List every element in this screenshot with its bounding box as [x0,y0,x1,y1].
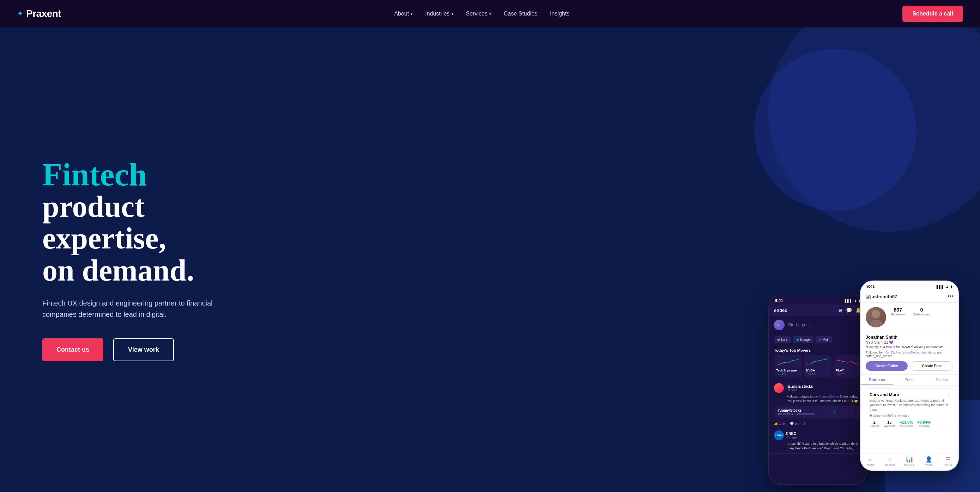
endex-logo: endex [774,308,788,313]
navbar-explore[interactable]: ⌕ Explore [880,456,900,467]
contact-us-button[interactable]: Contact us [42,338,103,361]
nav-link-services[interactable]: Services ▾ [466,11,491,17]
card-stat-today: +0.94% % Today [917,420,931,427]
create-post-area: U Start a post... [769,316,866,334]
svg-point-0 [872,310,880,318]
profile-school: NYU Stern '22 💜 [866,340,953,344]
mover-card-1[interactable]: NVDA +4.94% [804,355,832,378]
nav-link-about[interactable]: About ▾ [394,11,412,17]
subscribers-label: Subscribers [913,313,930,316]
today-num: +0.94% [917,420,931,424]
navbar-menu[interactable]: ☰ Menu [939,456,958,467]
profile-quote: "One day at a time is the secret to buil… [866,345,953,350]
top-movers-section: Today's Top Movers TechSupreme +0.71% [769,345,866,380]
mover-name-2: PLAY [836,369,859,372]
create-endex-button[interactable]: Create Endex [866,361,908,371]
cnbc-time: 4hr ago [786,436,797,439]
nav-link-case-studies[interactable]: Case Studies [504,11,537,17]
start-post-prompt[interactable]: Start a post... [788,322,813,327]
cars-card[interactable]: Cars and More › Electric Vehicles, Rocke… [866,388,953,432]
home-icon: ⌂ [869,456,872,462]
mover-change-0: +0.71% [776,372,800,375]
hero-headline: Fintech product expertise,on demand. [42,158,226,286]
live-button[interactable]: Live [774,336,791,343]
status-bar-front: 9:41 ▌▌▌ ▲ ▮ [861,281,958,290]
view-work-button[interactable]: View work [113,338,174,361]
navbar-home[interactable]: ⌂ Home [861,456,880,467]
status-time-front: 9:41 [866,284,875,289]
create-post-button[interactable]: Create Post [910,361,953,371]
chevron-right-icon: › [948,392,949,398]
navbar-portfolio[interactable]: 📊 Portfolio [900,456,919,467]
comments-count[interactable]: 💬 1K [790,422,799,425]
stock-row[interactable]: YummyStocks 107 Copiers • 1290 Watchers … [774,406,861,417]
chart-svg-2 [836,357,859,367]
avatar-svg [866,307,886,327]
wifi-icon: ▲ [945,285,949,289]
likes-count[interactable]: 👍 2.4K [774,422,786,425]
nav-item-about[interactable]: About ▾ [394,11,412,17]
profile-info: Jonathan Smith NYU Stern '22 💜 "One day … [861,332,958,358]
poll-dot [819,339,821,341]
more-options-icon[interactable]: ••• [947,293,953,300]
share-icon[interactable]: ⬆ [803,422,806,425]
header-icons: ⊕ 💬 🔔 [838,307,861,313]
nav-item-services[interactable]: Services ▾ [466,11,491,17]
highlight-text: YummyStocks [818,395,838,398]
add-icon[interactable]: ⊕ [838,307,842,313]
star-icon[interactable]: ☆ [853,409,858,416]
nav-link-insights[interactable]: Insights [550,11,570,17]
phones-container: 9:41 ▌▌▌ ▲ ▮ endex ⊕ 💬 🔔 [761,287,959,492]
mover-card-2[interactable]: PLAY -0.14% [834,355,861,378]
hero-buttons: Contact us View work [42,338,226,361]
schedule-call-button[interactable]: Schedule a call [902,6,963,22]
tab-endexes[interactable]: Endexes [861,375,893,385]
chevron-down-icon: ▾ [410,12,412,16]
signal-icon: ▌▌▌ [845,299,852,303]
cnbc-avatar: CNBC [774,430,784,440]
cnbc-post: CNBC CNBC 4hr ago "I don't think we're i… [769,427,866,454]
mover-chart-2 [836,357,859,367]
front-phone-header: @just-smith97 ••• [861,290,958,303]
live-dot [778,339,780,341]
nav-item-insights[interactable]: Insights [550,11,570,17]
stock-change: +1% [830,410,837,414]
nav-item-case-studies[interactable]: Case Studies [504,11,537,17]
cars-card-title: Cars and More [870,392,899,397]
mover-name-1: NVDA [806,369,830,372]
hero-content: Fintech product expertise,on demand. Fin… [0,158,268,361]
tab-posts[interactable]: Posts [893,375,926,385]
profile-tabs: Endexes Posts Videos [861,375,958,386]
menu-icon: ☰ [946,456,951,463]
logo[interactable]: ✦ Praxent [17,8,61,19]
tab-videos[interactable]: Videos [926,375,958,385]
copiers-num: 2 [870,420,880,424]
invested-badge: @just-smith97 is invested [870,414,949,417]
phone-front: 9:41 ▌▌▌ ▲ ▮ @just-smith97 ••• [860,281,959,471]
mover-card-0[interactable]: TechSupreme +0.71% [774,355,802,378]
bg-circle-medium [754,49,916,211]
navbar-profile[interactable]: 👤 Profile [920,456,939,467]
cnbc-post-text: "I don't think we're in a bubble which i… [787,441,861,451]
logo-icon: ✦ [17,10,23,17]
card-stat-copiers: 2 Copiers [870,420,880,427]
status-icons-front: ▌▌▌ ▲ ▮ [937,285,953,289]
hero-section: Fintech product expertise,on demand. Fin… [0,27,980,492]
nav-link-industries[interactable]: Industries ▾ [425,11,453,17]
chat-icon[interactable]: 💬 [846,307,852,313]
subscribers-count: 0 [913,307,930,313]
cars-card-header: Cars and More › [870,392,949,398]
create-post-row: U Start a post... [774,320,861,330]
today-label: % Today [917,424,931,427]
followers-label: Followers [891,313,905,316]
headline-rest: product expertise,on demand. [42,190,194,287]
nav-item-industries[interactable]: Industries ▾ [425,11,453,17]
cnbc-info: CNBC 4hr ago [786,432,797,439]
poll-button[interactable]: Poll [816,336,832,343]
feed-post-header: its.alicia-stocks 3m ago [774,383,861,393]
image-button[interactable]: Image [793,336,813,343]
signal-icon: ▌▌▌ [937,285,944,289]
cars-card-desc: Electric Vehicles, Rockets, Drones, Plan… [870,398,949,412]
user-handle: @just-smith97 [866,294,897,299]
top-movers-title: Today's Top Movers [774,348,861,352]
